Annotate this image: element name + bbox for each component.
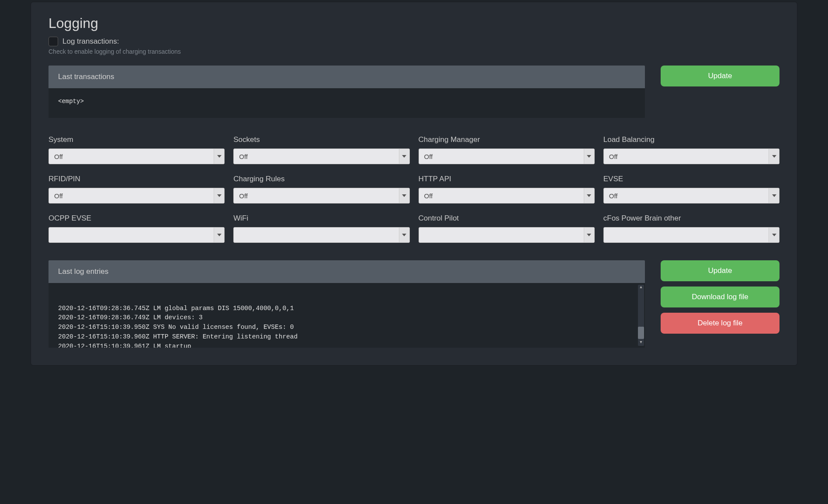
select-label: Charging Manager xyxy=(419,135,595,144)
select-label: cFos Power Brain other xyxy=(603,214,779,223)
select-cell: WiFi xyxy=(233,214,409,243)
scroll-down-icon[interactable]: ▼ xyxy=(638,340,644,346)
log-level-select[interactable]: Off xyxy=(49,148,225,164)
select-label: RFID/PIN xyxy=(49,175,225,183)
log-level-select[interactable]: Off xyxy=(419,148,595,164)
chevron-down-icon xyxy=(214,149,224,164)
log-level-select[interactable]: Off xyxy=(419,188,595,204)
select-label: Load Balancing xyxy=(603,135,779,144)
select-cell: RFID/PINOff xyxy=(49,175,225,204)
select-cell: Load BalancingOff xyxy=(603,135,779,164)
select-cell: Charging RulesOff xyxy=(233,175,409,204)
scrollbar-thumb[interactable] xyxy=(638,327,644,339)
page-title: Logging xyxy=(49,15,779,31)
select-label: Charging Rules xyxy=(233,175,409,183)
log-level-select[interactable]: Off xyxy=(49,188,225,204)
log-level-select[interactable]: Off xyxy=(603,148,779,164)
last-transactions-header: Last transactions xyxy=(49,66,645,88)
select-value: Off xyxy=(234,192,398,200)
select-cell: HTTP APIOff xyxy=(419,175,595,204)
select-label: Sockets xyxy=(233,135,409,144)
log-level-select[interactable] xyxy=(419,227,595,243)
select-value: Off xyxy=(49,153,214,160)
last-transactions-block: Last transactions <empty> xyxy=(49,66,645,118)
select-label: OCPP EVSE xyxy=(49,214,225,223)
update-log-button[interactable]: Update xyxy=(661,260,779,281)
select-value: Off xyxy=(234,153,398,160)
chevron-down-icon xyxy=(399,149,409,164)
last-log-header: Last log entries xyxy=(49,260,645,283)
chevron-down-icon xyxy=(584,228,594,242)
chevron-down-icon xyxy=(769,188,779,203)
chevron-down-icon xyxy=(584,149,594,164)
select-label: EVSE xyxy=(603,175,779,183)
chevron-down-icon xyxy=(584,188,594,203)
logging-panel: Logging Log transactions: Check to enabl… xyxy=(31,2,797,366)
select-value: Off xyxy=(604,192,769,200)
last-log-body: 2020-12-16T09:28:36.745Z LM global param… xyxy=(49,283,645,348)
chevron-down-icon xyxy=(399,188,409,203)
log-level-select[interactable]: Off xyxy=(233,188,409,204)
select-cell: SystemOff xyxy=(49,135,225,164)
select-label: HTTP API xyxy=(419,175,595,183)
log-level-select[interactable] xyxy=(233,227,409,243)
log-level-select[interactable] xyxy=(49,227,225,243)
select-value: Off xyxy=(49,192,214,200)
log-level-select[interactable] xyxy=(603,227,779,243)
select-cell: SocketsOff xyxy=(233,135,409,164)
log-transactions-help: Check to enable logging of charging tran… xyxy=(49,48,779,55)
delete-log-button[interactable]: Delete log file xyxy=(661,313,779,334)
chevron-down-icon xyxy=(214,228,224,242)
log-transactions-label: Log transactions: xyxy=(62,37,119,46)
last-log-block: Last log entries 2020-12-16T09:28:36.745… xyxy=(49,260,645,348)
select-cell: Control Pilot xyxy=(419,214,595,243)
last-transactions-body: <empty> xyxy=(49,88,645,118)
chevron-down-icon xyxy=(214,188,224,203)
chevron-down-icon xyxy=(769,149,779,164)
select-value: Off xyxy=(419,192,584,200)
log-level-select[interactable]: Off xyxy=(603,188,779,204)
log-level-selects-grid: SystemOffSocketsOffCharging ManagerOffLo… xyxy=(49,135,779,243)
select-label: System xyxy=(49,135,225,144)
select-value: Off xyxy=(419,153,584,160)
select-label: WiFi xyxy=(233,214,409,223)
select-cell: OCPP EVSE xyxy=(49,214,225,243)
select-label: Control Pilot xyxy=(419,214,595,223)
scroll-up-icon[interactable]: ▲ xyxy=(638,285,644,291)
log-transactions-checkbox[interactable] xyxy=(49,37,58,46)
select-cell: EVSEOff xyxy=(603,175,779,204)
select-cell: Charging ManagerOff xyxy=(419,135,595,164)
select-cell: cFos Power Brain other xyxy=(603,214,779,243)
select-value: Off xyxy=(604,153,769,160)
log-level-select[interactable]: Off xyxy=(233,148,409,164)
download-log-button[interactable]: Download log file xyxy=(661,287,779,307)
update-transactions-button[interactable]: Update xyxy=(661,66,779,86)
chevron-down-icon xyxy=(769,228,779,242)
chevron-down-icon xyxy=(399,228,409,242)
